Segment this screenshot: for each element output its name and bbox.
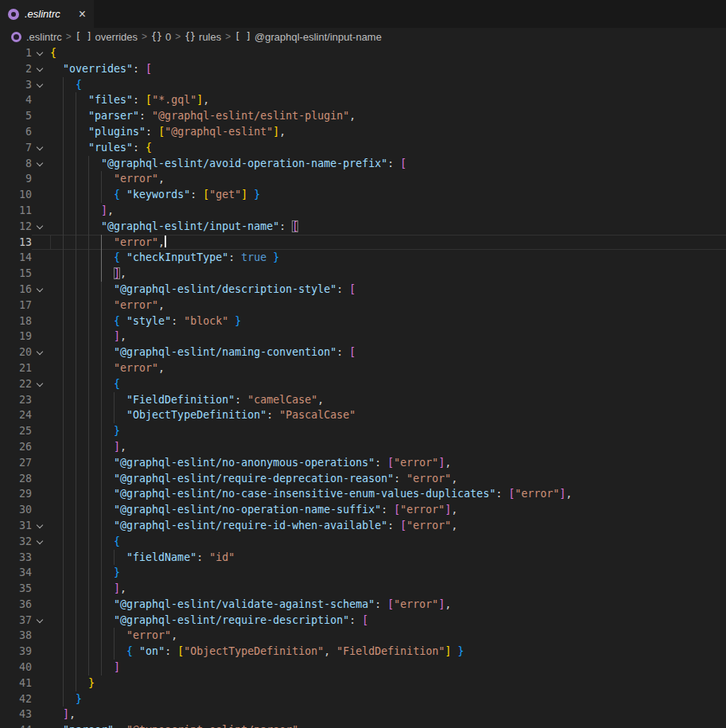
line-number[interactable]: 7 — [0, 140, 32, 156]
code-line[interactable]: 1{ — [0, 45, 726, 61]
line-number[interactable]: 36 — [0, 597, 32, 613]
code-line[interactable]: 29 "@graphql-eslint/no-case-insensitive-… — [0, 486, 726, 502]
fold-control[interactable] — [32, 534, 50, 550]
code-line[interactable]: 32 { — [0, 534, 726, 550]
line-number[interactable]: 18 — [0, 313, 32, 329]
code-line[interactable]: 8 "@graphql-eslint/avoid-operation-name-… — [0, 156, 726, 172]
code-line[interactable]: 18 { "style": "block" } — [0, 313, 726, 329]
code-line[interactable]: 26 ], — [0, 439, 726, 455]
line-number[interactable]: 21 — [0, 360, 32, 376]
breadcrumb-item-0[interactable]: 0 — [165, 31, 171, 43]
code-line[interactable]: 13 "error", — [0, 235, 726, 251]
line-number[interactable]: 5 — [0, 108, 32, 124]
line-number[interactable]: 32 — [0, 534, 32, 550]
fold-control[interactable] — [32, 156, 50, 172]
line-number[interactable]: 28 — [0, 471, 32, 487]
fold-control[interactable] — [32, 140, 50, 156]
code-line[interactable]: 7 "rules": { — [0, 140, 726, 156]
code-line[interactable]: 30 "@graphql-eslint/no-operation-name-su… — [0, 502, 726, 518]
line-number[interactable]: 42 — [0, 691, 32, 707]
code-line[interactable]: 20 "@graphql-eslint/naming-convention": … — [0, 345, 726, 360]
fold-control[interactable] — [32, 345, 50, 360]
line-number[interactable]: 19 — [0, 329, 32, 345]
line-number[interactable]: 40 — [0, 660, 32, 675]
code-line[interactable]: 3 { — [0, 77, 726, 93]
line-number[interactable]: 23 — [0, 392, 32, 408]
code-line[interactable]: 37 "@graphql-eslint/require-description"… — [0, 613, 726, 629]
breadcrumb-item--eslintrc[interactable]: .eslintrc — [26, 31, 62, 43]
line-number[interactable]: 6 — [0, 124, 32, 140]
code-line[interactable]: 38 "error", — [0, 628, 726, 644]
line-number[interactable]: 39 — [0, 644, 32, 660]
line-number[interactable]: 33 — [0, 550, 32, 566]
code-line[interactable]: 2 "overrides": [ — [0, 61, 726, 77]
line-number[interactable]: 35 — [0, 581, 32, 597]
line-number[interactable]: 9 — [0, 171, 32, 187]
code-line[interactable]: 40 ] — [0, 660, 726, 675]
line-number[interactable]: 24 — [0, 407, 32, 423]
line-number[interactable]: 20 — [0, 345, 32, 360]
line-number[interactable]: 2 — [0, 61, 32, 77]
line-number[interactable]: 12 — [0, 219, 32, 235]
line-number[interactable]: 26 — [0, 439, 32, 455]
line-number[interactable]: 31 — [0, 518, 32, 534]
code-line[interactable]: 5 "parser": "@graphql-eslint/eslint-plug… — [0, 108, 726, 124]
line-number[interactable]: 3 — [0, 77, 32, 93]
code-line[interactable]: 11 ], — [0, 203, 726, 219]
line-number[interactable]: 27 — [0, 455, 32, 471]
line-number[interactable]: 4 — [0, 92, 32, 108]
breadcrumb-item-overrides[interactable]: overrides — [95, 31, 138, 43]
fold-control[interactable] — [32, 518, 50, 534]
line-number[interactable]: 38 — [0, 628, 32, 644]
code-line[interactable]: 16 "@graphql-eslint/description-style": … — [0, 282, 726, 298]
line-number[interactable]: 10 — [0, 187, 32, 203]
code-line[interactable]: 39 { "on": ["ObjectTypeDefinition", "Fie… — [0, 644, 726, 660]
fold-control[interactable] — [32, 219, 50, 235]
code-line[interactable]: 22 { — [0, 376, 726, 392]
line-number[interactable]: 44 — [0, 722, 32, 728]
code-line[interactable]: 43 ], — [0, 707, 726, 722]
fold-control[interactable] — [32, 45, 50, 61]
code-line[interactable]: 23 "FieldDefinition": "camelCase", — [0, 392, 726, 408]
code-line[interactable]: 42 } — [0, 691, 726, 707]
code-line[interactable]: 35 ], — [0, 581, 726, 597]
code-line[interactable]: 4 "files": ["*.gql"], — [0, 92, 726, 108]
fold-control[interactable] — [32, 376, 50, 392]
fold-control[interactable] — [32, 613, 50, 629]
line-number[interactable]: 17 — [0, 298, 32, 313]
line-number[interactable]: 11 — [0, 203, 32, 219]
line-number[interactable]: 14 — [0, 250, 32, 266]
code-line[interactable]: 44 "parser": "@typescript-eslint/parser" — [0, 722, 726, 728]
code-line[interactable]: 27 "@graphql-eslint/no-anonymous-operati… — [0, 455, 726, 471]
code-line[interactable]: 34 } — [0, 565, 726, 581]
line-number[interactable]: 30 — [0, 502, 32, 518]
line-number[interactable]: 22 — [0, 376, 32, 392]
code-line[interactable]: 33 "fieldName": "id" — [0, 550, 726, 566]
code-line[interactable]: 12 "@graphql-eslint/input-name": [ — [0, 219, 726, 235]
fold-control[interactable] — [32, 282, 50, 298]
code-line[interactable]: 28 "@graphql-eslint/require-deprecation-… — [0, 471, 726, 487]
code-line[interactable]: 10 { "keywords": ["get"] } — [0, 187, 726, 203]
code-line[interactable]: 41 } — [0, 675, 726, 691]
line-number[interactable]: 29 — [0, 486, 32, 502]
fold-control[interactable] — [32, 77, 50, 93]
breadcrumb-item--graphql-eslint-input-name[interactable]: @graphql-eslint/input-name — [254, 31, 382, 43]
line-number[interactable]: 34 — [0, 565, 32, 581]
line-number[interactable]: 25 — [0, 423, 32, 439]
code-line[interactable]: 25 } — [0, 423, 726, 439]
line-number[interactable]: 16 — [0, 282, 32, 298]
code-line[interactable]: 9 "error", — [0, 171, 726, 187]
code-line[interactable]: 21 "error", — [0, 360, 726, 376]
line-number[interactable]: 41 — [0, 675, 32, 691]
close-icon[interactable]: × — [79, 8, 86, 21]
code-line[interactable]: 36 "@graphql-eslint/validate-against-sch… — [0, 597, 726, 613]
line-number[interactable]: 1 — [0, 45, 32, 61]
code-line[interactable]: 14 { "checkInputType": true } — [0, 250, 726, 266]
code-line[interactable]: 19 ], — [0, 329, 726, 345]
fold-control[interactable] — [32, 61, 50, 77]
line-number[interactable]: 15 — [0, 266, 32, 282]
code-line[interactable]: 31 "@graphql-eslint/require-id-when-avai… — [0, 518, 726, 534]
code-line[interactable]: 15 ], — [0, 266, 726, 282]
breadcrumb-item-rules[interactable]: rules — [199, 31, 221, 43]
line-number[interactable]: 8 — [0, 156, 32, 172]
